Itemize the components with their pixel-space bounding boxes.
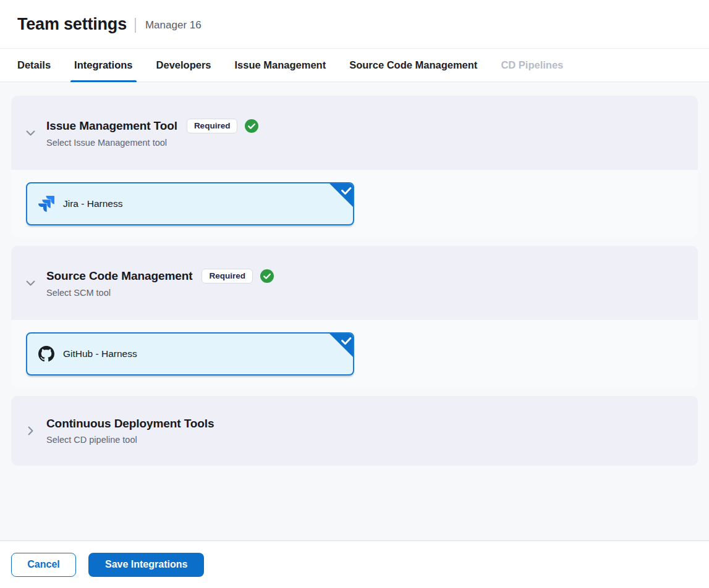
- tab-bar: Details Integrations Developers Issue Ma…: [0, 48, 709, 82]
- github-icon: [38, 346, 54, 362]
- chevron-down-icon[interactable]: [25, 127, 36, 139]
- tab-details[interactable]: Details: [14, 49, 54, 82]
- section-title: Continuous Deployment Tools: [46, 417, 214, 430]
- section-body: GitHub - Harness: [11, 320, 698, 388]
- section-header-issue-management-tool[interactable]: Issue Management Tool Required Select Is…: [11, 96, 698, 170]
- tool-card-jira[interactable]: Jira - Harness: [26, 182, 354, 225]
- check-circle-icon: [260, 269, 274, 283]
- jira-icon: [38, 196, 54, 212]
- cancel-button[interactable]: Cancel: [11, 553, 76, 577]
- title-separator: [135, 18, 136, 33]
- required-badge: Required: [202, 269, 253, 284]
- check-circle-icon: [245, 119, 258, 133]
- chevron-right-icon[interactable]: [25, 425, 36, 437]
- section-title: Issue Management Tool: [46, 119, 177, 133]
- tab-integrations[interactable]: Integrations: [70, 49, 136, 82]
- page-title: Team settings: [17, 15, 127, 34]
- tool-card-github[interactable]: GitHub - Harness: [26, 332, 354, 376]
- section-heading: Source Code Management Required Select S…: [46, 269, 274, 298]
- section-heading: Continuous Deployment Tools Select CD pi…: [46, 417, 214, 445]
- tab-cd-pipelines[interactable]: CD Pipelines: [497, 49, 567, 82]
- page-header: Team settings Manager 16: [0, 0, 709, 48]
- required-badge: Required: [187, 119, 238, 133]
- section-issue-management-tool: Issue Management Tool Required Select Is…: [11, 96, 698, 238]
- tab-issue-management[interactable]: Issue Management: [231, 49, 330, 82]
- section-heading: Issue Management Tool Required Select Is…: [46, 119, 258, 148]
- tool-card-label: GitHub - Harness: [63, 348, 137, 359]
- tab-developers[interactable]: Developers: [153, 49, 215, 82]
- footer-actions: Cancel Save Integrations: [0, 540, 709, 588]
- section-subtitle: Select Issue Management tool: [46, 138, 258, 148]
- selected-corner-check-icon: [329, 183, 354, 208]
- tab-source-code-management[interactable]: Source Code Management: [346, 49, 481, 82]
- chevron-down-icon[interactable]: [25, 277, 36, 289]
- section-subtitle: Select CD pipeline tool: [46, 435, 214, 445]
- section-header-continuous-deployment-tools[interactable]: Continuous Deployment Tools Select CD pi…: [11, 396, 698, 466]
- section-source-code-management: Source Code Management Required Select S…: [11, 246, 698, 388]
- save-integrations-button[interactable]: Save Integrations: [88, 553, 204, 577]
- section-subtitle: Select SCM tool: [46, 288, 274, 298]
- section-title: Source Code Management: [46, 269, 192, 283]
- section-body: Jira - Harness: [11, 170, 698, 238]
- section-header-source-code-management[interactable]: Source Code Management Required Select S…: [11, 246, 698, 320]
- page-subtitle: Manager 16: [145, 19, 202, 32]
- tool-card-label: Jira - Harness: [63, 198, 122, 209]
- team-settings-page: Team settings Manager 16 Details Integra…: [0, 0, 709, 588]
- selected-corner-check-icon: [329, 333, 354, 358]
- section-continuous-deployment-tools: Continuous Deployment Tools Select CD pi…: [11, 396, 698, 466]
- integrations-content: Issue Management Tool Required Select Is…: [0, 82, 709, 540]
